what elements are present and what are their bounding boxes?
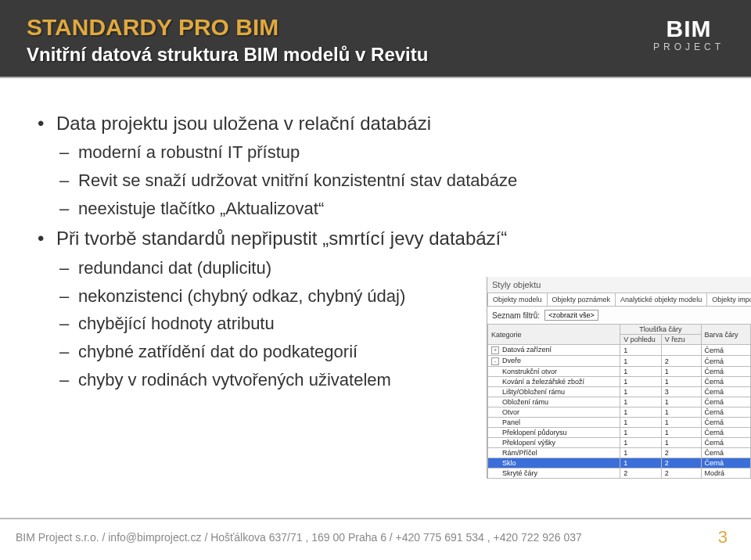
table-row[interactable]: Lišty/Obložení rámu13Černá: [488, 387, 751, 397]
cell-color: Černá: [701, 458, 751, 468]
filter-row: Seznam filtrů: <zobrazit vše>: [487, 307, 751, 324]
cell-view: 1: [620, 448, 661, 458]
cell-view: 2: [620, 468, 661, 479]
cell-category: +Datová zařízení: [488, 345, 620, 356]
col-color: Barva čáry: [701, 325, 751, 345]
cell-color: Černá: [701, 407, 751, 418]
cell-category: Otvor: [488, 407, 620, 418]
cell-category: Rám/Příčel: [488, 448, 620, 458]
cell-category: Lišty/Obložení rámu: [488, 387, 620, 397]
cell-cut: 1: [661, 397, 701, 407]
sub-list: moderní a robustní IT přístup Revit se s…: [56, 141, 713, 220]
cell-cut: 2: [661, 468, 701, 479]
cell-view: 1: [620, 438, 661, 448]
cell-color: Černá: [701, 438, 751, 448]
filter-select[interactable]: <zobrazit vše>: [544, 310, 598, 321]
table-row[interactable]: Konstrukční otvor11Černá: [488, 367, 751, 377]
table-row[interactable]: Rám/Příčel12Černá: [488, 448, 751, 458]
cell-view: 1: [620, 397, 661, 407]
embedded-dialog: Styly objektu Objekty modelu Objekty poz…: [487, 277, 751, 479]
tab-analytic[interactable]: Analytické objekty modelu: [615, 293, 707, 306]
cell-cut: 1: [661, 407, 701, 418]
cell-view: 1: [620, 356, 661, 367]
logo-bottom: PROJECT: [653, 42, 724, 52]
table-row[interactable]: Sklo12Černá: [488, 458, 751, 468]
collapse-icon[interactable]: -: [491, 357, 499, 365]
cell-color: Černá: [701, 367, 751, 377]
col-view: V pohledu: [620, 335, 661, 345]
cell-category: Překlopení půdorysu: [488, 428, 620, 438]
cell-cut: 3: [661, 387, 701, 397]
table-row[interactable]: -Dveře12Černá: [488, 356, 751, 367]
sub-item: moderní a robustní IT přístup: [56, 141, 713, 164]
cell-cut: 2: [661, 458, 701, 468]
page-number: 3: [718, 527, 735, 547]
cell-color: Modrá: [701, 468, 751, 479]
expand-icon[interactable]: +: [491, 346, 499, 354]
cell-view: 1: [620, 418, 661, 428]
cell-cut: 1: [661, 438, 701, 448]
table-row[interactable]: +Datová zařízení1Černá: [488, 345, 751, 356]
cell-color: Černá: [701, 377, 751, 387]
cell-cut: 1: [661, 418, 701, 428]
cell-cut: 1: [661, 428, 701, 438]
cell-category: Panel: [488, 418, 620, 428]
slide-header: STANDARDY PRO BIM Vnitřní datová struktu…: [0, 0, 751, 78]
cell-view: 1: [620, 377, 661, 387]
dialog-title: Styly objektu: [487, 277, 751, 293]
table-row[interactable]: Překlopení výšky11Černá: [488, 438, 751, 448]
filter-label: Seznam filtrů:: [492, 311, 540, 320]
cell-color: Černá: [701, 428, 751, 438]
tab-objects-model[interactable]: Objekty modelu: [487, 293, 548, 306]
sub-item: Revit se snaží udržovat vnitřní konziste…: [56, 169, 713, 192]
styles-table: Kategorie Tloušťka čáry Barva čáry V poh…: [487, 324, 751, 479]
table-row[interactable]: Otvor11Černá: [488, 407, 751, 418]
cell-view: 1: [620, 345, 661, 356]
cell-view: 1: [620, 367, 661, 377]
cell-cut: 1: [661, 377, 701, 387]
cell-cut: 1: [661, 367, 701, 377]
tab-objects-notes[interactable]: Objekty poznámek: [547, 293, 616, 306]
table-row[interactable]: Skryté čáry22Modrá: [488, 468, 751, 479]
cell-category: Sklo: [488, 458, 620, 468]
cell-color: Černá: [701, 387, 751, 397]
table-header-row: Kategorie Tloušťka čáry Barva čáry: [488, 325, 751, 335]
cell-view: 1: [620, 458, 661, 468]
bullet-text: Při tvorbě standardů nepřipustit „smrtíc…: [56, 228, 507, 249]
slide-title: STANDARDY PRO BIM: [27, 14, 724, 41]
cell-category: Konstrukční otvor: [488, 367, 620, 377]
cell-cut: 2: [661, 448, 701, 458]
col-category: Kategorie: [488, 325, 620, 345]
cell-cut: 2: [661, 356, 701, 367]
dialog-tabs: Objekty modelu Objekty poznámek Analytic…: [487, 293, 751, 307]
col-cut: V řezu: [661, 335, 701, 345]
table-row[interactable]: Kování a železářské zboží11Černá: [488, 377, 751, 387]
cell-cut: [661, 345, 701, 356]
table-row[interactable]: Obložení rámu11Černá: [488, 397, 751, 407]
footer-text: BIM Project s.r.o. / info@bimproject.cz …: [16, 531, 582, 544]
cell-category: -Dveře: [488, 356, 620, 367]
cell-color: Černá: [701, 356, 751, 367]
cell-category: Obložení rámu: [488, 397, 620, 407]
bullet-text: Data projektu jsou uložena v relační dat…: [56, 113, 431, 134]
bullet-item: Data projektu jsou uložena v relační dat…: [38, 111, 713, 220]
cell-view: 1: [620, 428, 661, 438]
tab-import[interactable]: Objekty importová: [706, 293, 751, 306]
table-row[interactable]: Panel11Černá: [488, 418, 751, 428]
cell-view: 1: [620, 407, 661, 418]
col-thickness: Tloušťka čáry: [620, 325, 701, 335]
cell-category: Skryté čáry: [488, 468, 620, 479]
cell-color: Černá: [701, 418, 751, 428]
cell-color: Černá: [701, 345, 751, 356]
logo-top: BIM: [653, 17, 724, 41]
cell-color: Černá: [701, 397, 751, 407]
slide-subtitle: Vnitřní datová struktura BIM modelů v Re…: [27, 44, 724, 66]
cell-color: Černá: [701, 448, 751, 458]
slide-footer: BIM Project s.r.o. / info@bimproject.cz …: [0, 518, 751, 547]
logo: BIM PROJECT: [653, 17, 724, 52]
cell-category: Kování a železářské zboží: [488, 377, 620, 387]
sub-item: neexistuje tlačítko „Aktualizovat“: [56, 197, 713, 221]
cell-view: 1: [620, 387, 661, 397]
table-row[interactable]: Překlopení půdorysu11Černá: [488, 428, 751, 438]
cell-category: Překlopení výšky: [488, 438, 620, 448]
